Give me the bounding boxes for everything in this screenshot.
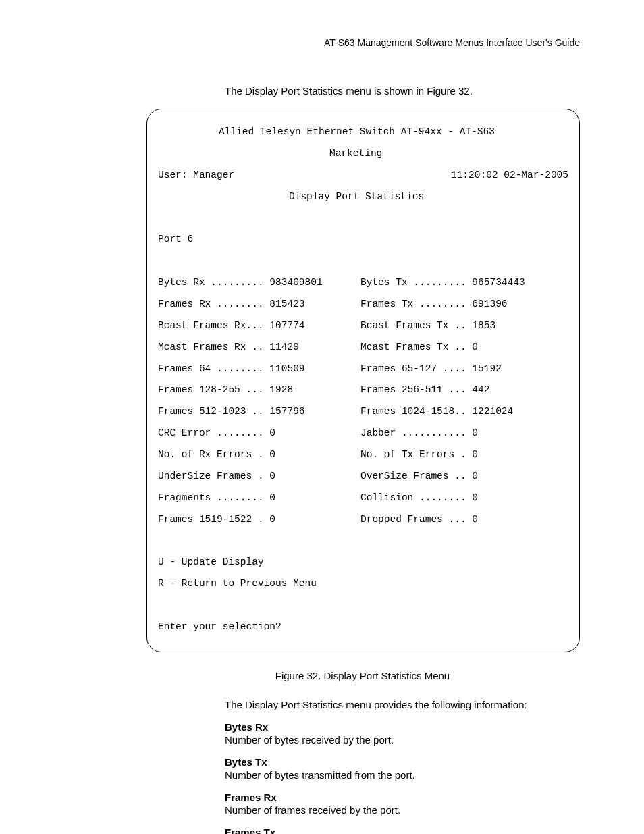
doc-title-header: AT-S63 Management Software Menus Interfa… (64, 37, 580, 48)
figure-caption: Figure 32. Display Port Statistics Menu (145, 670, 580, 681)
stat-right-9: OverSize Frames .. 0 (360, 471, 478, 482)
stat-right-7: Jabber ........... 0 (360, 428, 478, 439)
stat-left-1: Frames Rx ........ 815423 (158, 299, 360, 310)
definition-block: Frames Rx Number of frames received by t… (225, 791, 580, 816)
terminal-menu-r: R - Return to Previous Menu (158, 579, 568, 590)
stat-right-5: Frames 256-511 ... 442 (360, 385, 489, 396)
def-term-0: Bytes Rx (225, 721, 580, 733)
terminal-screen: Allied Telesyn Ethernet Switch AT-94xx -… (146, 109, 580, 652)
stat-left-7: CRC Error ........ 0 (158, 428, 360, 439)
def-desc-2: Number of frames received by the port. (225, 804, 580, 816)
def-term-3: Frames Tx (225, 827, 580, 834)
stat-right-8: No. of Tx Errors . 0 (360, 450, 478, 461)
stat-left-9: UnderSize Frames . 0 (158, 471, 360, 482)
stat-right-4: Frames 65-127 .... 15192 (360, 364, 502, 375)
terminal-prompt: Enter your selection? (158, 622, 568, 633)
stat-right-2: Bcast Frames Tx .. 1853 (360, 321, 495, 332)
terminal-banner-line2: Marketing (158, 149, 568, 159)
stat-left-8: No. of Rx Errors . 0 (158, 450, 360, 461)
definition-block: Bytes Tx Number of bytes transmitted fro… (225, 756, 580, 781)
stat-left-5: Frames 128-255 ... 1928 (158, 385, 360, 396)
body-lead-text: The Display Port Statistics menu provide… (225, 699, 580, 710)
stat-left-2: Bcast Frames Rx... 107774 (158, 321, 360, 332)
stat-right-11: Dropped Frames ... 0 (360, 515, 478, 525)
terminal-datetime: 11:20:02 02-Mar-2005 (451, 170, 568, 181)
stat-right-6: Frames 1024-1518.. 1221024 (360, 407, 513, 417)
stat-left-11: Frames 1519-1522 . 0 (158, 515, 360, 525)
stat-right-1: Frames Tx ........ 691396 (360, 299, 508, 310)
stat-left-0: Bytes Rx ......... 983409801 (158, 278, 360, 288)
stat-right-10: Collision ........ 0 (360, 493, 478, 504)
terminal-menu-u: U - Update Display (158, 557, 568, 568)
terminal-port-label: Port 6 (158, 234, 568, 245)
stat-left-3: Mcast Frames Rx .. 11429 (158, 342, 360, 353)
stat-right-0: Bytes Tx ......... 965734443 (360, 278, 525, 288)
terminal-user: User: Manager (158, 170, 234, 181)
terminal-banner-line1: Allied Telesyn Ethernet Switch AT-94xx -… (158, 127, 568, 138)
definition-block: Bytes Rx Number of bytes received by the… (225, 721, 580, 746)
stat-left-10: Fragments ........ 0 (158, 493, 360, 504)
terminal-title: Display Port Statistics (158, 192, 568, 203)
def-desc-0: Number of bytes received by the port. (225, 734, 580, 746)
def-term-2: Frames Rx (225, 791, 580, 803)
def-desc-1: Number of bytes transmitted from the por… (225, 769, 580, 781)
stat-right-3: Mcast Frames Tx .. 0 (360, 342, 478, 353)
definition-block: Frames Tx Number of frames transmitted f… (225, 827, 580, 834)
stat-left-4: Frames 64 ........ 110509 (158, 364, 360, 375)
def-term-1: Bytes Tx (225, 756, 580, 768)
stat-left-6: Frames 512-1023 .. 157796 (158, 407, 360, 417)
intro-text: The Display Port Statistics menu is show… (225, 85, 580, 97)
